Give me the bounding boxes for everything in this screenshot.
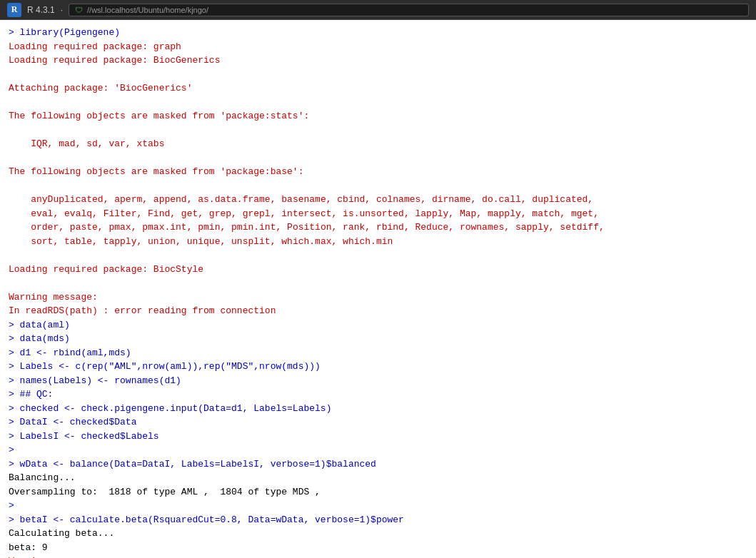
r-logo-icon: R <box>7 3 21 17</box>
console-line <box>9 96 747 110</box>
console-line: > LabelsI <- checked$Labels <box>9 430 747 444</box>
console-output[interactable]: > library(Pigengene)Loading required pac… <box>0 20 756 558</box>
console-line: > ## QC: <box>9 387 747 402</box>
console-line: order, paste, pmax, pmax.int, pmin, pmin… <box>9 220 747 235</box>
console-line: > data(aml) <box>9 318 747 333</box>
console-line <box>9 248 747 263</box>
url-bar[interactable]: 🛡 //wsl.localhost/Ubuntu/home/kjngo/ <box>69 4 749 16</box>
console-line: Warning message: <box>9 554 747 558</box>
console-line: > betaI <- calculate.beta(RsquaredCut=0.… <box>9 513 747 527</box>
console-line: Loading required package: graph <box>9 40 747 54</box>
console-line: > DataI <- checked$Data <box>9 415 747 430</box>
console-line: > library(Pigengene) <box>9 26 747 40</box>
console-line <box>9 151 747 166</box>
console-line: > Labels <- c(rep("AML",nrow(aml)),rep("… <box>9 360 747 374</box>
console-line: Oversampling to: 1818 of type AML , 1804… <box>9 485 747 499</box>
console-line <box>9 123 747 138</box>
console-line <box>9 179 747 193</box>
console-line: Balancing... <box>9 471 747 485</box>
console-line: > <box>9 443 747 457</box>
console-line: Warning message: <box>9 290 747 305</box>
shield-icon: 🛡 <box>75 6 83 14</box>
url-text: //wsl.localhost/Ubuntu/home/kjngo/ <box>87 6 208 14</box>
console-line <box>9 68 747 82</box>
console-line: > d1 <- rbind(aml,mds) <box>9 346 747 360</box>
console-line: In readRDS(path) : error reading from co… <box>9 304 747 318</box>
console-line <box>9 276 747 290</box>
console-line: sort, table, tapply, union, unique, unsp… <box>9 235 747 249</box>
console-line: Attaching package: 'BiocGenerics' <box>9 81 747 96</box>
console-line: > checked <- check.pigengene.input(Data=… <box>9 402 747 416</box>
console-line: IQR, mad, sd, var, xtabs <box>9 137 747 151</box>
console-line: anyDuplicated, aperm, append, as.data.fr… <box>9 193 747 207</box>
app-title: R 4.3.1 <box>27 5 55 15</box>
console-line: > names(Labels) <- rownames(d1) <box>9 374 747 388</box>
console-line: Loading required package: BiocStyle <box>9 263 747 277</box>
console-line: eval, evalq, Filter, Find, get, grep, gr… <box>9 207 747 221</box>
console-line: > data(mds) <box>9 332 747 346</box>
console-line: Loading required package: BiocGenerics <box>9 54 747 68</box>
title-bar: R R 4.3.1 · 🛡 //wsl.localhost/Ubuntu/hom… <box>0 0 756 20</box>
console-line: > <box>9 499 747 513</box>
console-line: The following objects are masked from 'p… <box>9 109 747 123</box>
console-line: The following objects are masked from 'p… <box>9 165 747 179</box>
console-line: > wData <- balance(Data=DataI, Labels=La… <box>9 457 747 472</box>
console-line: beta: 9 <box>9 541 747 555</box>
console-line: Calculating beta... <box>9 527 747 541</box>
separator: · <box>61 5 63 15</box>
